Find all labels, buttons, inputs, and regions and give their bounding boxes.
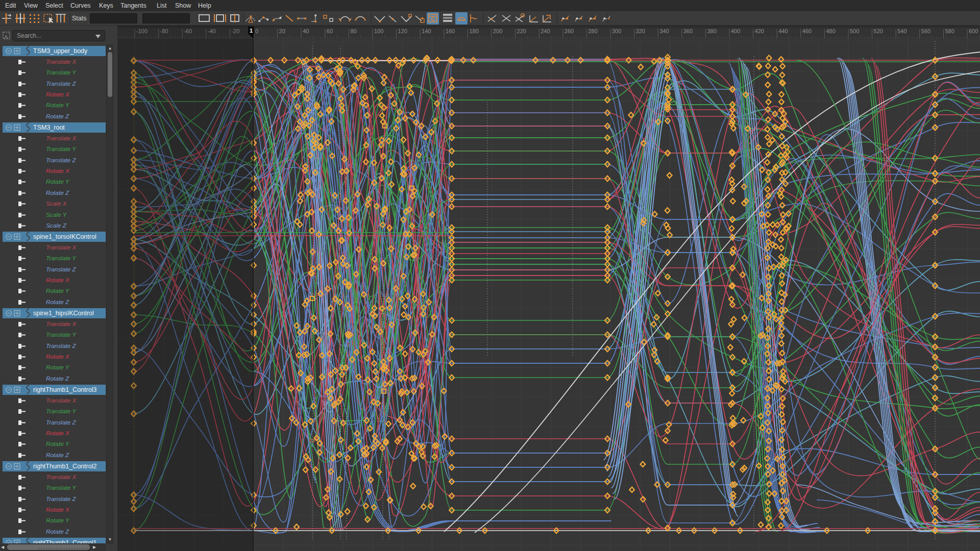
svg-text:460: 460 bbox=[802, 28, 812, 34]
svg-text:0: 0 bbox=[255, 28, 258, 34]
svg-text:520: 520 bbox=[874, 28, 883, 34]
svg-text:80: 80 bbox=[350, 28, 356, 34]
svg-text:560: 560 bbox=[921, 28, 930, 34]
svg-text:420: 420 bbox=[755, 28, 764, 34]
svg-text:120: 120 bbox=[398, 28, 407, 34]
svg-text:320: 320 bbox=[636, 28, 645, 34]
svg-text:220: 220 bbox=[517, 28, 526, 34]
svg-text:1: 1 bbox=[250, 28, 253, 34]
svg-text:360: 360 bbox=[683, 28, 693, 34]
svg-text:100: 100 bbox=[374, 28, 383, 34]
svg-text:200: 200 bbox=[493, 28, 502, 34]
svg-text:20: 20 bbox=[279, 28, 285, 34]
svg-text:60: 60 bbox=[327, 28, 333, 34]
svg-text:580: 580 bbox=[945, 28, 954, 34]
svg-text:340: 340 bbox=[659, 28, 669, 34]
svg-text:440: 440 bbox=[778, 28, 788, 34]
svg-text:480: 480 bbox=[826, 28, 835, 34]
svg-text:140: 140 bbox=[422, 28, 431, 34]
svg-text:180: 180 bbox=[469, 28, 478, 34]
svg-text:500: 500 bbox=[850, 28, 859, 34]
svg-text:400: 400 bbox=[731, 28, 740, 34]
svg-text:260: 260 bbox=[565, 28, 574, 34]
svg-text:300: 300 bbox=[612, 28, 621, 34]
svg-text:540: 540 bbox=[897, 28, 906, 34]
svg-text:160: 160 bbox=[446, 28, 455, 34]
svg-text:40: 40 bbox=[303, 28, 309, 34]
svg-text:280: 280 bbox=[588, 28, 597, 34]
svg-text:380: 380 bbox=[707, 28, 716, 34]
svg-text:600: 600 bbox=[969, 28, 978, 34]
svg-text:240: 240 bbox=[541, 28, 550, 34]
